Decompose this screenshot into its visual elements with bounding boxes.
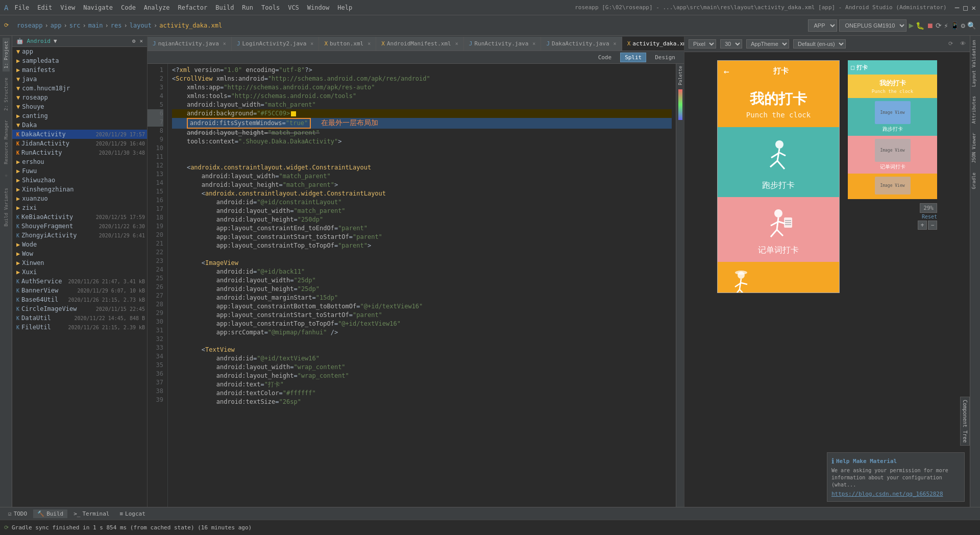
- menu-view[interactable]: View: [60, 4, 75, 11]
- tree-runactivity[interactable]: K RunActivity 2020/11/30 3:48: [12, 148, 147, 157]
- code-editor[interactable]: <?xml version="1.0" encoding="utf-8"?> <…: [168, 64, 676, 507]
- refresh-preview-icon[interactable]: ⟳: [948, 40, 953, 47]
- menu-vcs[interactable]: VCS: [288, 4, 299, 11]
- stop-button[interactable]: ⏹: [926, 21, 934, 30]
- tree-authservice[interactable]: K AuthService 2020/11/26 21:47, 3.41 kB: [12, 277, 147, 286]
- build-tab[interactable]: 🔨 Build: [33, 509, 67, 518]
- json-viewer-tab[interactable]: JSON Viewer: [970, 130, 980, 166]
- tab-run[interactable]: J RunActivity.java ×: [464, 37, 542, 51]
- menu-file[interactable]: File: [14, 4, 29, 11]
- notif-blog-link[interactable]: https://blog.csdn.net/qq_16652828: [831, 491, 943, 497]
- terminal-tab[interactable]: >_ Terminal: [69, 509, 113, 518]
- power-button[interactable]: ⚡: [944, 21, 948, 30]
- tree-datautil[interactable]: K DataUtil 2020/11/22 14:45, 848 B: [12, 313, 147, 323]
- close-button[interactable]: ✕: [972, 4, 976, 12]
- app-config-dropdown[interactable]: APP: [808, 19, 837, 32]
- menu-window[interactable]: Window: [307, 4, 329, 11]
- tree-wow[interactable]: ▶ Wow: [12, 249, 147, 258]
- mode-code-button[interactable]: Code: [594, 53, 617, 62]
- menu-build[interactable]: Build: [215, 4, 234, 11]
- close-tab-icon[interactable]: ×: [532, 41, 535, 46]
- avd-button[interactable]: 📱: [950, 21, 959, 30]
- menu-tools[interactable]: Tools: [261, 4, 280, 11]
- zoom-minus-button[interactable]: −: [928, 221, 937, 230]
- tree-circleimageview[interactable]: K CircleImageView 2020/11/15 22:45: [12, 304, 147, 313]
- tree-daka[interactable]: ▼ Daka: [12, 120, 147, 130]
- close-tab-icon[interactable]: ×: [368, 41, 371, 46]
- breadcrumb-res[interactable]: res: [111, 22, 122, 29]
- favorites-tab[interactable]: ☆: [3, 171, 10, 182]
- tree-zhongyiactivity[interactable]: K ZhongyiActivity 2020/11/29 6:41: [12, 231, 147, 240]
- zoom-plus-button[interactable]: +: [918, 221, 927, 230]
- theme-dropdown[interactable]: AppTheme: [746, 39, 789, 48]
- tree-jidanactivity[interactable]: K JidanActivity 2020/11/29 16:40: [12, 139, 147, 148]
- breadcrumb-roseapp[interactable]: roseapp: [17, 22, 43, 29]
- close-panel-icon[interactable]: ×: [139, 38, 143, 44]
- run-button[interactable]: ▶: [909, 20, 914, 30]
- breadcrumb-app[interactable]: app: [51, 22, 62, 29]
- tree-package[interactable]: ▼ com.hnucm18jr: [12, 84, 147, 93]
- tree-kebiaoactivity[interactable]: K KeBiaoActivity 2020/12/15 17:59: [12, 212, 147, 222]
- tree-ershou[interactable]: ▶ ershou: [12, 157, 147, 166]
- tree-xuxi[interactable]: ▶ Xuxi: [12, 268, 147, 277]
- dropdown-arrow-icon[interactable]: ▼: [54, 38, 57, 44]
- tree-wode[interactable]: ▶ Wode: [12, 240, 147, 249]
- menu-refactor[interactable]: Refactor: [178, 4, 207, 11]
- tree-xuanzuo[interactable]: ▶ xuanzuo: [12, 194, 147, 203]
- minimize-button[interactable]: ─: [955, 4, 959, 12]
- menu-navigate[interactable]: Navigate: [83, 4, 113, 11]
- search-everywhere-button[interactable]: 🔍: [967, 21, 976, 30]
- tab-login[interactable]: J LoginActivity2.java ×: [232, 37, 320, 51]
- tab-activity-daka-xml[interactable]: X activity_daka.xml ×: [622, 37, 684, 51]
- tree-manifests[interactable]: ▶ manifests: [12, 65, 147, 75]
- settings-icon[interactable]: ⚙: [132, 38, 136, 44]
- structure-panel-tab[interactable]: 2: Structure: [3, 75, 10, 114]
- close-tab-icon[interactable]: ×: [614, 41, 617, 46]
- tree-xinwen[interactable]: ▶ Xinwen: [12, 258, 147, 268]
- tree-sampledata[interactable]: ▶ sampledata: [12, 56, 147, 65]
- project-panel-tab[interactable]: 1: Project: [3, 38, 10, 71]
- device-dropdown[interactable]: ONEPLUS GM1910: [839, 19, 906, 32]
- menu-code[interactable]: Code: [121, 4, 136, 11]
- tree-xinshengzhinan[interactable]: ▶ Xinshengzhinan: [12, 185, 147, 194]
- sdk-button[interactable]: ⚙: [961, 21, 965, 30]
- eye-icon[interactable]: 👁: [960, 40, 966, 47]
- maximize-button[interactable]: □: [963, 4, 967, 12]
- tree-bannerview[interactable]: K BannerView 2020/11/29 6:07, 10 kB: [12, 286, 147, 295]
- tree-base64util[interactable]: K Base64Util 2020/11/26 21:15, 2.73 kB: [12, 295, 147, 304]
- close-tab-icon[interactable]: ×: [455, 41, 458, 46]
- tree-shouye[interactable]: ▼ Shouye: [12, 102, 147, 111]
- sync-button[interactable]: ⟳: [936, 21, 942, 30]
- tab-nqian[interactable]: J nqianActivity.java ×: [148, 37, 232, 51]
- tab-daka-activity[interactable]: J DakaActivity.java ×: [541, 37, 622, 51]
- tree-app-folder[interactable]: ▼ app: [12, 47, 147, 56]
- pixel-dropdown[interactable]: Pixel: [689, 39, 716, 48]
- tree-dakaactivity[interactable]: K DakaActivity 2020/11/29 17:57: [12, 130, 147, 139]
- mode-design-button[interactable]: Design: [650, 53, 680, 62]
- api-dropdown[interactable]: 30: [720, 39, 742, 48]
- tree-canting[interactable]: ▶ canting: [12, 111, 147, 120]
- tab-manifest[interactable]: X AndroidManifest.xml ×: [376, 37, 464, 51]
- android-dropdown[interactable]: 🤖 Android: [16, 38, 51, 44]
- attributes-tab[interactable]: Attributes: [970, 93, 980, 127]
- palette-tab-vertical[interactable]: Palette: [678, 66, 683, 85]
- resource-manager-tab[interactable]: Resource Manager: [3, 117, 10, 167]
- tab-button[interactable]: X button.xml ×: [319, 37, 376, 51]
- tree-java[interactable]: ▼ java: [12, 75, 147, 84]
- breadcrumb-main[interactable]: main: [88, 22, 103, 29]
- build-variants-tab[interactable]: Build Variants: [3, 185, 10, 230]
- tree-zixi[interactable]: ▶ zixi: [12, 203, 147, 212]
- close-tab-icon[interactable]: ×: [223, 41, 226, 46]
- close-tab-icon[interactable]: ×: [310, 41, 313, 46]
- menu-edit[interactable]: Edit: [37, 4, 52, 11]
- mode-split-button[interactable]: Split: [620, 53, 646, 62]
- debug-button[interactable]: 🐛: [916, 21, 924, 30]
- zoom-reset-button[interactable]: Reset: [922, 214, 937, 220]
- menu-help[interactable]: Help: [337, 4, 352, 11]
- tree-fuwu[interactable]: ▶ Fuwu: [12, 166, 147, 176]
- menu-run[interactable]: Run: [242, 4, 253, 11]
- component-tree-tab[interactable]: Component Tree: [960, 397, 970, 446]
- tree-roseapp[interactable]: ▼ roseapp: [12, 93, 147, 102]
- locale-dropdown[interactable]: Default (en-us): [793, 39, 846, 48]
- tree-shouyefragment[interactable]: K ShouyeFragment 2020/11/22 6:30: [12, 222, 147, 231]
